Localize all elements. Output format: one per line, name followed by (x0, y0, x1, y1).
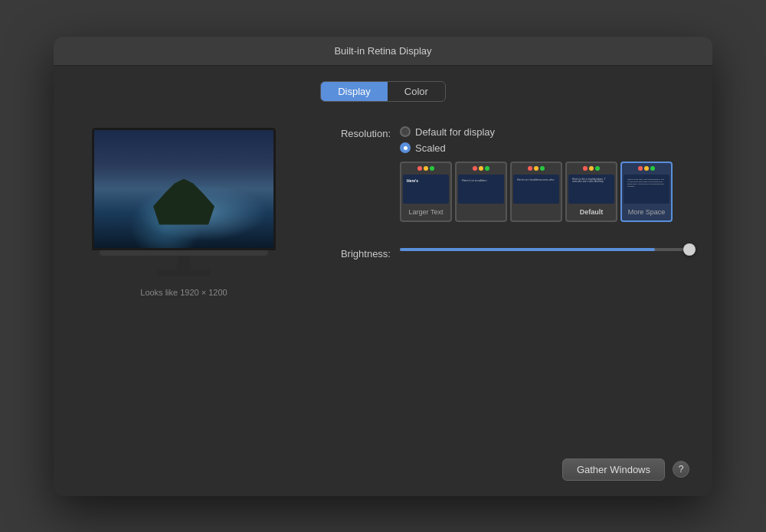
dot-red-1 (473, 166, 477, 171)
brightness-slider-fill (400, 248, 655, 251)
dot-yellow-2 (534, 166, 538, 171)
dot-red-0 (417, 166, 422, 171)
radio-default-label: Default for display (415, 126, 495, 138)
dot-green-0 (430, 166, 434, 171)
brightness-slider-track[interactable] (400, 248, 689, 251)
resolution-label: Looks like 1920 × 1200 (140, 288, 227, 297)
right-panel: Resolution: Default for display Scaled (314, 120, 689, 431)
tab-group: Display Color (320, 81, 446, 102)
res-thumb-0-label: Larger Text (409, 208, 444, 216)
dot-green-1 (485, 166, 489, 171)
brightness-setting-row: Brightness: (314, 246, 689, 259)
monitor-screen-inner (94, 130, 273, 248)
resolution-controls: Default for display Scaled (400, 126, 673, 222)
res-thumb-0-text: Here's (405, 177, 420, 184)
radio-scaled-label: Scaled (415, 142, 446, 154)
res-thumb-2-screen: Here's to t troublema ones who (513, 175, 559, 204)
dot-red-3 (583, 166, 588, 171)
res-thumb-4-screen: Here's to the crazy one troublemakers. T… (624, 175, 669, 204)
radio-default-circle (400, 126, 411, 137)
dot-green-4 (650, 166, 655, 171)
monitor-stand (176, 256, 192, 269)
res-thumb-3-dots (583, 166, 600, 171)
monitor-base (157, 269, 211, 276)
island-silhouette (153, 179, 214, 225)
content-area: Display Color (54, 66, 712, 446)
res-thumb-3-screen: Here's to the cr troublemakers. T ones w… (568, 175, 614, 204)
radio-default[interactable]: Default for display (400, 126, 673, 138)
res-thumb-0-dots (417, 166, 434, 171)
monitor-preview (92, 128, 276, 276)
dot-green-3 (595, 166, 600, 171)
title-bar: Built-in Retina Display (54, 37, 712, 66)
resolution-setting-row: Resolution: Default for display Scaled (314, 126, 689, 222)
res-thumb-0-screen: Here's (403, 175, 449, 204)
brightness-label-text: Brightness: (314, 246, 391, 259)
res-thumb-2[interactable]: Here's to t troublema ones who (510, 162, 562, 222)
tabs-container: Display Color (77, 81, 689, 102)
res-thumb-1-screen: Here's to troublem (458, 175, 504, 204)
res-thumb-3-label: Default (580, 208, 604, 216)
res-thumb-1-dots (473, 166, 489, 171)
res-thumb-4-dots (638, 166, 655, 171)
tab-color[interactable]: Color (388, 82, 445, 101)
main-window: Built-in Retina Display Display Color (54, 37, 712, 496)
screen-wallpaper (94, 130, 273, 248)
gather-windows-button[interactable]: Gather Windows (562, 459, 665, 481)
window-title: Built-in Retina Display (334, 45, 431, 57)
dot-yellow-3 (589, 166, 594, 171)
radio-scaled[interactable]: Scaled (400, 142, 673, 154)
left-panel: Looks like 1920 × 1200 (77, 120, 291, 431)
brightness-slider-thumb[interactable] (683, 243, 696, 256)
dot-red-2 (528, 166, 532, 171)
res-thumb-1[interactable]: Here's to troublem (455, 162, 507, 222)
resolution-thumbnails: Here's Larger Text (400, 162, 673, 222)
main-row: Looks like 1920 × 1200 Resolution: Defau… (77, 120, 689, 431)
dot-green-2 (540, 166, 545, 171)
help-button[interactable]: ? (673, 461, 689, 478)
dot-yellow-0 (424, 166, 428, 171)
radio-scaled-circle (400, 142, 411, 153)
res-thumb-4-label: More Space (628, 208, 666, 216)
bottom-bar: Gather Windows ? (54, 446, 712, 496)
dot-yellow-4 (644, 166, 649, 171)
res-thumb-4[interactable]: Here's to the crazy one troublemakers. T… (620, 162, 673, 222)
monitor-screen (92, 128, 276, 250)
tab-display[interactable]: Display (321, 82, 388, 101)
res-thumb-0[interactable]: Here's Larger Text (400, 162, 452, 222)
res-thumb-2-dots (528, 166, 545, 171)
res-thumb-3[interactable]: Here's to the cr troublemakers. T ones w… (565, 162, 617, 222)
dock-bar (100, 250, 268, 256)
dot-yellow-1 (479, 166, 483, 171)
resolution-label-text: Resolution: (314, 126, 391, 139)
dot-red-4 (638, 166, 643, 171)
